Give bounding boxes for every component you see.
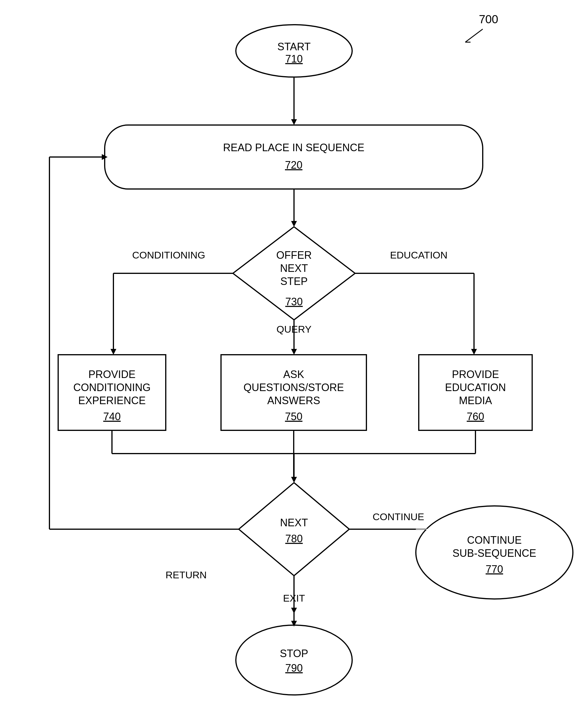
continue-sub-label2: SUB-SEQUENCE [452,547,536,559]
read-place-node [105,125,483,189]
continue-sub-id: 770 [486,563,503,575]
provide-education-label3: MEDIA [459,394,492,407]
offer-next-id: 730 [285,296,303,307]
flowchart-diagram: 700 START 710 READ PLACE IN SEQUENCE 720… [0,0,588,708]
next-id: 780 [285,533,303,544]
start-id: 710 [285,53,303,65]
education-label: EDUCATION [390,249,447,261]
ask-questions-label3: ANSWERS [267,394,320,407]
start-label: START [277,41,311,53]
offer-next-label3: STEP [280,275,308,287]
provide-conditioning-label: PROVIDE [88,368,136,380]
ask-questions-label: ASK [283,368,304,380]
provide-conditioning-label3: EXPERIENCE [78,394,146,407]
read-place-label: READ PLACE IN SEQUENCE [223,142,364,153]
continue-sub-label: CONTINUE [467,534,522,546]
stop-id: 790 [285,662,303,674]
figure-number: 700 [479,13,498,26]
provide-education-label2: EDUCATION [445,381,506,393]
ask-questions-id: 750 [285,411,302,422]
provide-education-label: PROVIDE [452,368,499,380]
stop-label: STOP [280,648,308,659]
stop-node [236,625,352,695]
conditioning-label: CONDITIONING [132,249,205,261]
read-place-id: 720 [285,159,302,171]
return-label: RETURN [166,569,207,580]
provide-education-id: 760 [467,411,484,422]
provide-conditioning-label2: CONDITIONING [73,381,151,393]
ask-questions-label2: QUESTIONS/STORE [243,381,344,393]
provide-conditioning-id: 740 [103,411,121,422]
offer-next-label: OFFER [276,249,312,261]
offer-next-label2: NEXT [280,262,308,274]
continue-label: CONTINUE [373,511,424,522]
next-label: NEXT [280,517,308,529]
